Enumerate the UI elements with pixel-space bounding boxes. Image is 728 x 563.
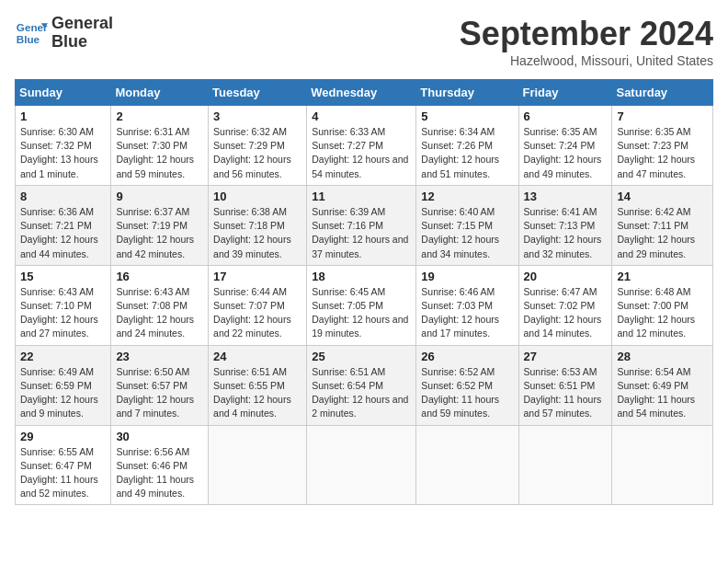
day-detail: Sunrise: 6:43 AMSunset: 7:10 PMDaylight:…: [20, 285, 106, 341]
logo: General Blue General Blue: [15, 15, 113, 52]
day-number: 12: [421, 190, 513, 203]
location-title: Hazelwood, Missouri, United States: [460, 53, 713, 68]
day-cell-4: 4Sunrise: 6:33 AMSunset: 7:27 PMDaylight…: [307, 106, 416, 186]
title-area: September 2024 Hazelwood, Missouri, Unit…: [460, 15, 713, 68]
day-detail: Sunrise: 6:52 AMSunset: 6:52 PMDaylight:…: [421, 365, 513, 421]
day-cell-6: 6Sunrise: 6:35 AMSunset: 7:24 PMDaylight…: [518, 106, 612, 186]
day-number: 5: [421, 109, 513, 123]
day-number: 10: [213, 190, 301, 203]
day-number: 9: [116, 190, 203, 203]
day-detail: Sunrise: 6:38 AMSunset: 7:18 PMDaylight:…: [213, 205, 301, 261]
logo-line1: General: [51, 15, 113, 33]
day-number: 6: [524, 109, 608, 123]
header-wednesday: Wednesday: [307, 80, 416, 106]
day-number: 24: [213, 350, 301, 363]
week-row-4: 22Sunrise: 6:49 AMSunset: 6:59 PMDayligh…: [16, 345, 713, 425]
day-detail: Sunrise: 6:49 AMSunset: 6:59 PMDaylight:…: [20, 365, 106, 421]
day-cell-2: 2Sunrise: 6:31 AMSunset: 7:30 PMDaylight…: [111, 106, 209, 186]
week-row-5: 29Sunrise: 6:55 AMSunset: 6:47 PMDayligh…: [16, 425, 713, 505]
svg-text:General: General: [17, 21, 48, 33]
day-cell-29: 29Sunrise: 6:55 AMSunset: 6:47 PMDayligh…: [16, 425, 111, 505]
day-cell-18: 18Sunrise: 6:45 AMSunset: 7:05 PMDayligh…: [307, 265, 416, 345]
empty-cell: [307, 425, 416, 505]
day-number: 17: [213, 270, 301, 283]
day-number: 18: [312, 270, 411, 283]
day-detail: Sunrise: 6:53 AMSunset: 6:51 PMDaylight:…: [524, 365, 608, 421]
day-cell-25: 25Sunrise: 6:51 AMSunset: 6:54 PMDayligh…: [307, 345, 416, 425]
day-cell-13: 13Sunrise: 6:41 AMSunset: 7:13 PMDayligh…: [518, 185, 612, 265]
day-cell-22: 22Sunrise: 6:49 AMSunset: 6:59 PMDayligh…: [16, 345, 111, 425]
day-cell-12: 12Sunrise: 6:40 AMSunset: 7:15 PMDayligh…: [416, 185, 518, 265]
day-cell-27: 27Sunrise: 6:53 AMSunset: 6:51 PMDayligh…: [518, 345, 612, 425]
day-cell-17: 17Sunrise: 6:44 AMSunset: 7:07 PMDayligh…: [209, 265, 307, 345]
day-cell-24: 24Sunrise: 6:51 AMSunset: 6:55 PMDayligh…: [209, 345, 307, 425]
day-cell-19: 19Sunrise: 6:46 AMSunset: 7:03 PMDayligh…: [416, 265, 518, 345]
empty-cell: [416, 425, 518, 505]
day-detail: Sunrise: 6:45 AMSunset: 7:05 PMDaylight:…: [312, 285, 411, 341]
day-cell-20: 20Sunrise: 6:47 AMSunset: 7:02 PMDayligh…: [518, 265, 612, 345]
header-saturday: Saturday: [612, 80, 713, 106]
empty-cell: [209, 425, 307, 505]
day-number: 23: [116, 350, 203, 363]
header-friday: Friday: [518, 80, 612, 106]
day-detail: Sunrise: 6:54 AMSunset: 6:49 PMDaylight:…: [617, 365, 708, 421]
svg-text:Blue: Blue: [17, 33, 40, 45]
header-tuesday: Tuesday: [209, 80, 307, 106]
logo-line2: Blue: [51, 33, 113, 52]
calendar-header-row: SundayMondayTuesdayWednesdayThursdayFrid…: [16, 80, 713, 106]
day-cell-7: 7Sunrise: 6:35 AMSunset: 7:23 PMDaylight…: [612, 106, 713, 186]
day-cell-8: 8Sunrise: 6:36 AMSunset: 7:21 PMDaylight…: [16, 185, 111, 265]
day-detail: Sunrise: 6:33 AMSunset: 7:27 PMDaylight:…: [312, 125, 411, 181]
day-cell-3: 3Sunrise: 6:32 AMSunset: 7:29 PMDaylight…: [209, 106, 307, 186]
page-header: General Blue General Blue September 2024…: [15, 15, 713, 68]
day-detail: Sunrise: 6:31 AMSunset: 7:30 PMDaylight:…: [116, 125, 203, 181]
day-number: 13: [524, 190, 608, 203]
day-detail: Sunrise: 6:51 AMSunset: 6:55 PMDaylight:…: [213, 365, 301, 421]
day-cell-1: 1Sunrise: 6:30 AMSunset: 7:32 PMDaylight…: [16, 106, 111, 186]
day-number: 19: [421, 270, 513, 283]
day-detail: Sunrise: 6:32 AMSunset: 7:29 PMDaylight:…: [213, 125, 301, 181]
day-number: 26: [421, 350, 513, 363]
header-thursday: Thursday: [416, 80, 518, 106]
day-number: 28: [617, 350, 708, 363]
day-number: 20: [524, 270, 608, 283]
empty-cell: [612, 425, 713, 505]
day-detail: Sunrise: 6:51 AMSunset: 6:54 PMDaylight:…: [312, 365, 411, 421]
day-cell-5: 5Sunrise: 6:34 AMSunset: 7:26 PMDaylight…: [416, 106, 518, 186]
day-detail: Sunrise: 6:55 AMSunset: 6:47 PMDaylight:…: [20, 445, 106, 501]
header-monday: Monday: [111, 80, 209, 106]
day-number: 1: [20, 109, 106, 123]
day-detail: Sunrise: 6:35 AMSunset: 7:23 PMDaylight:…: [617, 125, 708, 181]
day-number: 4: [312, 109, 411, 123]
day-cell-15: 15Sunrise: 6:43 AMSunset: 7:10 PMDayligh…: [16, 265, 111, 345]
day-number: 30: [116, 430, 203, 443]
day-number: 22: [20, 350, 106, 363]
day-detail: Sunrise: 6:43 AMSunset: 7:08 PMDaylight:…: [116, 285, 203, 341]
day-cell-21: 21Sunrise: 6:48 AMSunset: 7:00 PMDayligh…: [612, 265, 713, 345]
day-detail: Sunrise: 6:56 AMSunset: 6:46 PMDaylight:…: [116, 445, 203, 501]
day-detail: Sunrise: 6:41 AMSunset: 7:13 PMDaylight:…: [524, 205, 608, 261]
day-detail: Sunrise: 6:37 AMSunset: 7:19 PMDaylight:…: [116, 205, 203, 261]
day-number: 29: [20, 430, 106, 443]
day-cell-16: 16Sunrise: 6:43 AMSunset: 7:08 PMDayligh…: [111, 265, 209, 345]
day-number: 14: [617, 190, 708, 203]
day-detail: Sunrise: 6:50 AMSunset: 6:57 PMDaylight:…: [116, 365, 203, 421]
header-sunday: Sunday: [16, 80, 111, 106]
week-row-1: 1Sunrise: 6:30 AMSunset: 7:32 PMDaylight…: [16, 106, 713, 186]
week-row-3: 15Sunrise: 6:43 AMSunset: 7:10 PMDayligh…: [16, 265, 713, 345]
day-detail: Sunrise: 6:42 AMSunset: 7:11 PMDaylight:…: [617, 205, 708, 261]
day-detail: Sunrise: 6:47 AMSunset: 7:02 PMDaylight:…: [524, 285, 608, 341]
day-cell-28: 28Sunrise: 6:54 AMSunset: 6:49 PMDayligh…: [612, 345, 713, 425]
month-title: September 2024: [460, 15, 713, 53]
day-cell-11: 11Sunrise: 6:39 AMSunset: 7:16 PMDayligh…: [307, 185, 416, 265]
day-detail: Sunrise: 6:34 AMSunset: 7:26 PMDaylight:…: [421, 125, 513, 181]
day-detail: Sunrise: 6:44 AMSunset: 7:07 PMDaylight:…: [213, 285, 301, 341]
day-detail: Sunrise: 6:35 AMSunset: 7:24 PMDaylight:…: [524, 125, 608, 181]
day-detail: Sunrise: 6:40 AMSunset: 7:15 PMDaylight:…: [421, 205, 513, 261]
day-detail: Sunrise: 6:39 AMSunset: 7:16 PMDaylight:…: [312, 205, 411, 261]
day-cell-9: 9Sunrise: 6:37 AMSunset: 7:19 PMDaylight…: [111, 185, 209, 265]
logo-icon: General Blue: [15, 17, 48, 50]
day-detail: Sunrise: 6:36 AMSunset: 7:21 PMDaylight:…: [20, 205, 106, 261]
day-number: 3: [213, 109, 301, 123]
day-cell-26: 26Sunrise: 6:52 AMSunset: 6:52 PMDayligh…: [416, 345, 518, 425]
